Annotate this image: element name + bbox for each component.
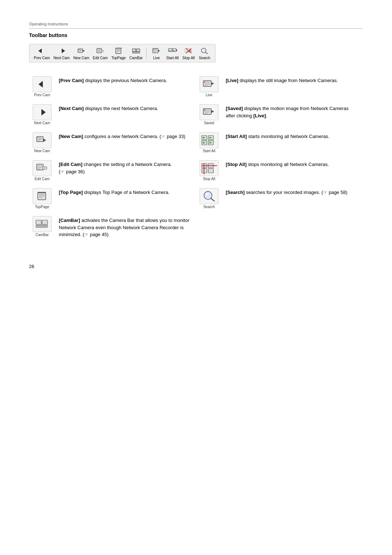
svg-rect-52: [42, 167, 47, 169]
header-label: Operating Instructions: [29, 22, 68, 26]
svg-marker-43: [43, 138, 46, 142]
toolbar-prev-cam[interactable]: Prev Cam: [32, 46, 51, 61]
toolbar-search[interactable]: Search: [197, 46, 212, 61]
section-title: Toolbar buttons: [29, 32, 363, 38]
next-cam-btn-label: Next Cam: [34, 121, 50, 125]
desc-cam-bar: CamBar [CamBar] activates the Camera Bar…: [29, 212, 196, 242]
edit-cam-icon-large: [33, 160, 52, 176]
search-desc: [Search] searches for your recorded imag…: [226, 188, 359, 196]
desc-start-all: Start All [Start All] starts monitoring …: [196, 129, 363, 157]
edit-cam-icon: [95, 46, 105, 55]
desc-edit-cam: Edit Cam [Edit Cam] changes the setting …: [29, 157, 196, 185]
new-cam-btn-label: New Cam: [34, 149, 50, 153]
cam-bar-btn-label: CamBar: [36, 233, 49, 237]
svg-point-89: [204, 191, 212, 199]
desc-live: Live [Live] displays the still image fro…: [196, 73, 363, 101]
stop-all-label: Stop All: [183, 56, 195, 60]
top-page-label: TopPage: [111, 56, 126, 60]
live-icon: [151, 46, 162, 55]
svg-line-90: [211, 198, 215, 201]
live-icon-cell: Live: [196, 76, 222, 97]
top-page-btn-label: TopPage: [35, 205, 49, 209]
toolbar-start-all[interactable]: Start All: [165, 46, 180, 61]
svg-rect-20: [132, 52, 140, 53]
stop-all-btn-label: Stop All: [203, 177, 215, 181]
cam-bar-desc: [CamBar] activates the Camera Bar that a…: [59, 216, 192, 238]
svg-marker-22: [158, 50, 160, 52]
svg-point-65: [204, 81, 205, 83]
new-cam-desc: [New Cam] configures a new Network Camer…: [59, 132, 192, 140]
search-icon: [200, 46, 210, 55]
start-all-icon-large: [200, 132, 219, 148]
saved-icon-cell: Saved: [196, 104, 222, 125]
svg-rect-62: [36, 225, 48, 227]
top-page-icon-cell: TopPage: [29, 188, 55, 209]
next-cam-icon-cell: Next Cam: [29, 104, 55, 125]
toolbar-edit-cam[interactable]: Edit Cam: [91, 46, 109, 61]
prev-cam-label: Prev Cam: [34, 56, 50, 60]
toolbar-new-cam[interactable]: New Cam: [72, 46, 91, 61]
top-page-icon: [114, 46, 124, 55]
toolbar-next-cam[interactable]: Next Cam: [52, 46, 71, 61]
top-page-desc: [Top Page] displays Top Page of a Networ…: [59, 188, 192, 196]
svg-rect-60: [36, 220, 41, 224]
toolbar-top-page[interactable]: TopPage: [110, 46, 127, 61]
svg-point-23: [153, 49, 154, 50]
svg-marker-41: [41, 109, 46, 116]
svg-marker-40: [38, 81, 43, 88]
edit-cam-btn-label: Edit Cam: [34, 177, 49, 181]
svg-rect-18: [132, 49, 136, 51]
svg-marker-1: [62, 49, 65, 53]
prev-cam-btn-label: Prev Cam: [34, 93, 50, 97]
prev-cam-desc: [Prev Cam] displays the previous Network…: [59, 76, 192, 84]
right-column: Live [Live] displays the still image fro…: [196, 73, 363, 242]
search-icon-cell: Search: [196, 188, 222, 209]
svg-rect-48: [37, 164, 43, 170]
saved-btn-label: Saved: [204, 121, 214, 125]
svg-line-38: [205, 52, 208, 54]
next-cam-desc: [Next Cam] displays the next Network Cam…: [59, 104, 192, 112]
stop-all-desc: [Stop All] stops monitoring all Network …: [226, 160, 359, 168]
new-cam-icon: [76, 46, 86, 55]
prev-cam-icon-cell: Prev Cam: [29, 76, 55, 97]
toolbar-strip: Prev Cam Next Cam New Cam: [29, 44, 216, 62]
buttons-grid: Prev Cam [Prev Cam] displays the previou…: [29, 73, 363, 242]
toolbar-cam-bar[interactable]: CamBar: [128, 46, 144, 61]
edit-cam-label: Edit Cam: [93, 56, 108, 60]
saved-icon-large: [200, 104, 219, 120]
new-cam-icon-cell: New Cam: [29, 132, 55, 153]
svg-marker-36: [189, 49, 192, 52]
cam-bar-icon-large: [33, 216, 52, 232]
page-number: 26: [29, 264, 363, 269]
start-all-desc: [Start All] starts monitoring all Networ…: [226, 132, 359, 140]
toolbar-live[interactable]: Live: [149, 46, 164, 61]
svg-point-47: [37, 137, 38, 138]
next-cam-icon: [57, 46, 67, 55]
cam-bar-icon-cell: CamBar: [29, 216, 55, 237]
desc-prev-cam: Prev Cam [Prev Cam] displays the previou…: [29, 73, 196, 101]
svg-marker-70: [211, 110, 214, 113]
svg-marker-3: [83, 50, 85, 52]
live-label: Live: [153, 56, 160, 60]
top-page-icon-large: [33, 188, 52, 204]
edit-cam-desc: [Edit Cam] changes the setting of a Netw…: [59, 160, 192, 175]
svg-point-37: [201, 48, 206, 53]
page-header: Operating Instructions: [29, 22, 363, 29]
prev-cam-icon-large: [33, 76, 52, 92]
svg-point-91: [206, 193, 208, 195]
svg-point-7: [78, 49, 79, 50]
cam-bar-label: CamBar: [129, 56, 143, 60]
live-desc: [Live] displays the still image from Net…: [226, 76, 359, 84]
svg-rect-12: [101, 50, 103, 52]
svg-marker-64: [211, 82, 214, 85]
toolbar-stop-all[interactable]: Stop All: [181, 46, 196, 61]
saved-desc: [Saved] displays the motion image from N…: [226, 104, 359, 119]
edit-cam-icon-cell: Edit Cam: [29, 160, 55, 181]
desc-new-cam: New Cam [New Cam] configures a new Netwo…: [29, 129, 196, 157]
stop-all-icon-large: [200, 160, 219, 176]
next-cam-label: Next Cam: [53, 56, 69, 60]
cam-bar-icon: [131, 46, 141, 55]
svg-rect-55: [38, 193, 46, 200]
new-cam-label: New Cam: [73, 56, 89, 60]
svg-point-39: [202, 49, 204, 51]
